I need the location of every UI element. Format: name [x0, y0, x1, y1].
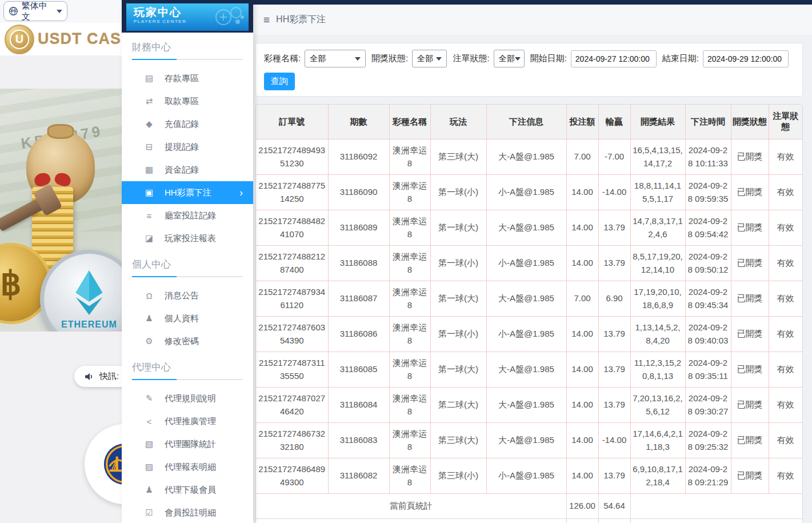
sidebar-item-agent-team-stats[interactable]: ▧代理團隊統計: [122, 433, 253, 456]
cell-order-status: 有效: [769, 175, 802, 210]
profile-icon: ♟: [143, 313, 155, 324]
sidebar-item-label: 修改密碼: [165, 336, 199, 347]
gift-bow-graphic: [34, 173, 71, 188]
page-summary-spacer: [630, 494, 802, 519]
page-title: HH彩票下注: [276, 14, 326, 26]
sidebar-item-announcement[interactable]: Ω消息公告: [122, 284, 253, 307]
sidebar-item-funds-record[interactable]: ▦資金記錄: [122, 158, 253, 181]
cell-bet-time: 2024-09-28 09:50:12: [685, 246, 731, 281]
cell-order-no: 2152172748821287400: [256, 246, 328, 281]
brand-logo-icon[interactable]: U: [5, 25, 34, 54]
cell-win-loss: -14.00: [598, 175, 630, 210]
cell-bet-time: 2024-09-28 10:11:33: [685, 139, 731, 175]
announcement-icon: Ω: [143, 291, 155, 301]
lottery-name-value: 全部: [310, 54, 326, 64]
cell-draw-result: 17,19,20,10,18,6,8,9: [630, 281, 685, 317]
hamburger-menu-icon[interactable]: ≡: [263, 14, 270, 25]
column-header-amount: 投注額: [566, 105, 598, 139]
sidebar-item-agent-members[interactable]: ♟代理下級會員: [122, 478, 253, 501]
cell-amount: 14.00: [566, 317, 598, 352]
draw-status-value: 全部: [417, 54, 433, 64]
cell-order-no: 2152172748877514250: [256, 175, 328, 210]
sidebar-item-label: 提現記錄: [165, 142, 199, 153]
sidebar-item-player-bet-report[interactable]: ◪玩家投注報表: [122, 227, 253, 250]
agent-rules-icon: ✎: [143, 393, 155, 404]
sidebar-item-label: 取款專區: [165, 96, 199, 107]
ticker-label: 快訊:: [99, 371, 119, 382]
total-summary-row: 總統計 126.00 54.64: [256, 518, 802, 523]
end-date-input[interactable]: [703, 50, 789, 67]
cell-lottery-name: 澳洲幸运8: [389, 281, 430, 317]
lottery-bet-icon: ▣: [143, 187, 155, 198]
sidebar-item-agent-rules[interactable]: ✎代理規則說明: [122, 387, 253, 410]
sidebar-menu: 財務中心▤存款專區⇄取款專區◆充值記錄⊟提現記錄▦資金記錄▣HH彩票下注›≡廳室…: [122, 41, 253, 523]
recharge-record-icon: ◆: [143, 119, 155, 129]
cell-order-status: 有效: [769, 139, 802, 175]
cell-bet-info: 大-A盤@1.985: [486, 352, 566, 388]
cell-bet-info: 小-A盤@1.985: [486, 246, 566, 281]
brand-monogram: U: [10, 30, 29, 49]
table-body: 215217274894935123031186092澳洲幸运8第三球(大)大-…: [256, 139, 802, 494]
lottery-name-select[interactable]: 全部: [305, 50, 366, 67]
sidebar-item-label: 代理團隊統計: [165, 439, 216, 450]
table-header-row: 訂單號期數彩種名稱玩法下注信息投注額輸贏開獎結果下注時間開獎狀態注單狀態: [256, 105, 802, 139]
page-summary-row: 當前頁統計 126.00 54.64: [256, 494, 802, 519]
ethereum-label: ETHEREUM: [61, 320, 117, 330]
cell-bet-time: 2024-09-28 09:30:27: [685, 388, 731, 423]
cell-amount: 14.00: [566, 388, 598, 423]
cell-play: 第一球(小): [430, 246, 486, 281]
agent-promotion-icon: <: [143, 417, 155, 426]
sidebar-item-agent-promotion[interactable]: <代理推廣管理: [122, 410, 253, 433]
chevron-down-icon: [355, 57, 361, 61]
sidebar-item-deposit[interactable]: ▤存款專區: [122, 67, 253, 90]
sidebar-item-label: 存款專區: [165, 73, 199, 84]
cell-win-loss: 13.79: [598, 352, 630, 388]
page-summary-label: 當前頁統計: [256, 494, 566, 519]
cell-bet-info: 大-A盤@1.985: [486, 423, 566, 458]
cell-win-loss: -7.00: [598, 139, 630, 175]
cell-lottery-name: 澳洲幸运8: [389, 458, 430, 494]
bets-table: 訂單號期數彩種名稱玩法下注信息投注額輸贏開獎結果下注時間開獎狀態注單狀態 215…: [256, 105, 802, 523]
table-row: 215217274879346112031186087澳洲幸运8第一球(大)大-…: [256, 281, 802, 317]
cell-bet-info: 小-A盤@1.985: [486, 175, 566, 210]
sidebar-item-password[interactable]: ⚙修改密碼: [122, 330, 253, 353]
cell-bet-time: 2024-09-28 09:35:11: [685, 352, 731, 388]
cell-draw-status: 已開獎: [731, 317, 769, 352]
cell-draw-status: 已開獎: [731, 246, 769, 281]
cell-amount: 14.00: [566, 423, 598, 458]
cell-period: 31186092: [328, 139, 389, 175]
sidebar-item-withdrawal-record[interactable]: ⊟提現記錄: [122, 135, 253, 158]
sidebar-item-recharge-record[interactable]: ◆充值記錄: [122, 113, 253, 135]
sidebar-item-profile[interactable]: ♟個人資料: [122, 307, 253, 330]
sidebar-section-underline: [132, 59, 243, 60]
sidebar-item-lottery-bet[interactable]: ▣HH彩票下注›: [122, 181, 253, 204]
sidebar-item-label: HH彩票下注: [165, 187, 211, 198]
order-status-select[interactable]: 全部: [494, 50, 525, 67]
language-selector[interactable]: 繁体中文: [3, 1, 67, 21]
sidebar-item-withdraw[interactable]: ⇄取款專區: [122, 90, 253, 113]
sidebar-item-member-bet-detail[interactable]: ☑會員投註明細: [122, 501, 253, 523]
cell-bet-info: 大-A盤@1.985: [486, 139, 566, 175]
bets-table-panel: 訂單號期數彩種名稱玩法下注信息投注額輸贏開獎結果下注時間開獎狀態注單狀態 215…: [255, 104, 803, 523]
cell-play: 第一球(大): [430, 352, 486, 388]
agent-members-icon: ♟: [143, 485, 155, 495]
draw-status-label: 開獎狀態:: [371, 53, 408, 64]
cell-amount: 7.00: [566, 281, 598, 317]
cell-win-loss: 13.79: [598, 388, 630, 423]
cell-draw-status: 已開獎: [731, 458, 769, 494]
total-summary-label: 總統計: [256, 518, 566, 523]
sidebar-item-label: 充值記錄: [165, 119, 199, 130]
start-date-input[interactable]: [571, 50, 657, 67]
cell-order-status: 有效: [769, 317, 802, 352]
column-header-period: 期數: [328, 105, 389, 139]
cell-play: 第三球(小): [430, 458, 486, 494]
sidebar-item-agent-report-detail[interactable]: ▨代理報表明細: [122, 456, 253, 478]
cell-draw-result: 16,5,4,13,15,14,17,2: [630, 139, 685, 175]
cell-draw-result: 1,13,14,5,2,8,4,20: [630, 317, 685, 352]
draw-status-select[interactable]: 全部: [412, 50, 447, 67]
player-bet-report-icon: ◪: [143, 233, 155, 243]
search-button[interactable]: 查詢: [264, 73, 295, 90]
app-window: 繁体中文 U USDT CASINO KB46279 ฿: [0, 0, 812, 523]
cell-play: 第一球(大): [430, 281, 486, 317]
sidebar-item-hall-bet-record[interactable]: ≡廳室投註記錄: [122, 204, 253, 227]
